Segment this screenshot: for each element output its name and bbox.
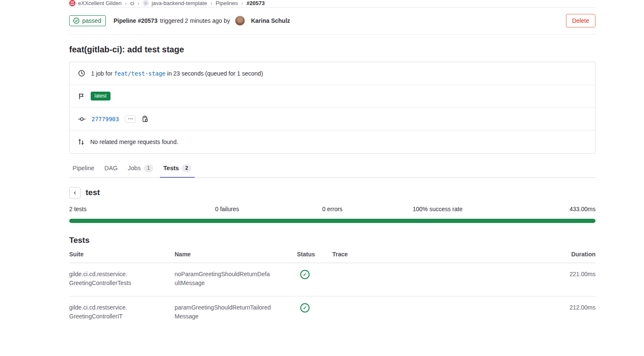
latest-row: latest [70,85,595,108]
tab-label: DAG [105,165,118,171]
stat-failures: 0 failures [175,206,280,212]
table-row: gilde.​ci.​cd.​restservice.​GreetingCont… [69,263,595,296]
pipeline-header-row: passed Pipeline #20573 triggered 2 minut… [69,8,595,35]
table-row: gilde.​ci.​cd.​restservice.​GreetingCont… [69,296,595,329]
chevron-right-icon: › [137,0,139,6]
job-duration-text: in 23 seconds (queued for 1 second) [167,70,263,77]
stat-tests: 2 tests [69,206,175,212]
commit-expand-button[interactable]: ⋯ [125,115,136,123]
chevron-right-icon: › [125,0,127,6]
tests-table: Suite Name Status Trace Duration gilde.​… [69,251,595,329]
column-trace: Trace [332,251,383,258]
breadcrumb-item-ci[interactable]: ci [130,0,134,6]
group-logo-icon [69,0,75,6]
status-passed-icon: ✓ [300,303,310,313]
status-badge-label: passed [82,17,101,24]
chevron-right-icon: › [210,0,212,6]
status-badge[interactable]: passed [69,15,106,26]
column-suite: Suite [69,251,175,258]
suite-stats-row: 2 tests 0 failures 0 errors 100% success… [69,206,595,212]
test-suite-cell: gilde.​ci.​cd.​restservice.​GreetingCont… [69,270,170,288]
project-avatar-icon [143,0,149,6]
merge-requests-text: No related merge requests found. [90,139,178,145]
test-name-cell: noParamGreetingShouldReturnDefaultMessag… [175,270,272,288]
copy-sha-button[interactable] [142,115,148,122]
latest-badge: latest [91,92,110,100]
breadcrumb-label: Pipelines [216,0,238,6]
test-suite-cell: gilde.​ci.​cd.​restservice.​GreetingCont… [69,303,170,321]
breadcrumb-label: java-backend-template [151,0,207,6]
test-suite-header: ‹ test [69,187,595,198]
tests-heading: Tests [69,236,595,245]
back-button[interactable]: ‹ [69,187,81,198]
breadcrumb-label: eXXcellent Gilden [78,0,121,6]
tab-count-badge: 1 [144,164,154,172]
commit-icon [78,116,86,122]
pipeline-page: eXXcellent Gilden › ci › java-backend-te… [69,0,595,329]
breadcrumb: eXXcellent Gilden › ci › java-backend-te… [69,0,595,8]
chevron-right-icon: › [241,0,243,6]
breadcrumb-item-group[interactable]: eXXcellent Gilden [69,0,121,6]
tab-count-badge: 2 [182,164,191,172]
job-count-text: 1 job for [91,70,113,77]
success-progress-fill [69,219,595,223]
tab-label: Pipeline [73,165,94,171]
pipeline-number: Pipeline #20573 [113,17,157,24]
breadcrumb-label: ci [130,0,134,6]
job-summary-text: 1 job for feat/test-stage in 23 seconds … [91,70,263,77]
stat-success-rate: 100% success rate [385,206,490,212]
tests-table-header: Suite Name Status Trace Duration [69,251,595,263]
merge-request-icon [78,139,84,145]
user-name-link[interactable]: Karina Schulz [251,17,290,24]
test-duration-cell: 221.00ms [383,270,595,288]
column-duration: Duration [383,251,595,258]
commit-title: feat(gitlab-ci): add test stage [69,45,595,54]
branch-link[interactable]: feat/test-stage [114,70,165,77]
clock-icon [78,70,85,77]
check-circle-icon [73,17,80,24]
tab-tests[interactable]: Tests 2 [160,160,195,177]
pipeline-info-box: 1 job for feat/test-stage in 23 seconds … [69,62,595,154]
test-trace-cell [332,270,383,288]
stat-duration: 433.00ms [490,206,595,212]
pipeline-tabs: Pipeline DAG Jobs 1 Tests 2 [69,160,595,178]
job-summary-row: 1 job for feat/test-stage in 23 seconds … [70,62,595,85]
column-status: Status [297,251,332,258]
column-name: Name [175,251,297,258]
breadcrumb-item-pipeline-id: #20573 [246,0,264,6]
triggered-text: triggered 2 minutes ago by [160,17,230,24]
clipboard-icon [142,115,148,122]
success-progress-bar [69,219,595,223]
tab-label: Tests [163,165,179,171]
commit-row: 27779903 ⋯ [70,108,595,130]
test-name-cell: paramGreetingShouldReturnTailoredMessage [175,303,272,321]
suite-title: test [86,188,100,197]
merge-requests-row: No related merge requests found. [70,130,595,153]
flag-icon [78,93,85,100]
tab-dag[interactable]: DAG [101,160,121,177]
breadcrumb-item-pipelines[interactable]: Pipelines [216,0,238,6]
test-status-cell: ✓ [297,270,332,288]
delete-button[interactable]: Delete [566,14,595,27]
tab-label: Jobs [128,165,141,171]
user-avatar [235,16,245,26]
breadcrumb-label: #20573 [246,0,264,6]
test-status-cell: ✓ [297,303,332,321]
tab-pipeline[interactable]: Pipeline [69,160,98,177]
test-trace-cell [332,303,383,321]
breadcrumb-item-project[interactable]: java-backend-template [143,0,207,6]
status-passed-icon: ✓ [300,270,310,279]
test-duration-cell: 212.00ms [383,303,595,321]
stat-errors: 0 errors [280,206,385,212]
pipeline-info: Pipeline #20573 triggered 2 minutes ago … [113,16,566,26]
tab-jobs[interactable]: Jobs 1 [124,160,156,177]
commit-sha-link[interactable]: 27779903 [92,116,119,122]
